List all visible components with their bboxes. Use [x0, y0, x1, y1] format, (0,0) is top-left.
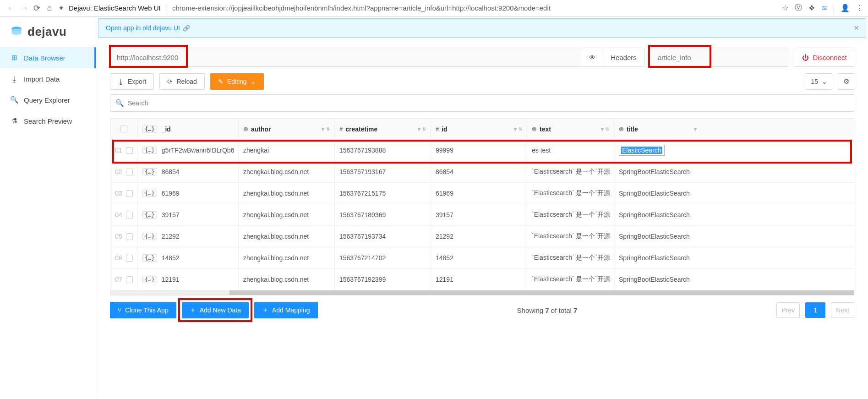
cell-iid: 14852 [436, 254, 453, 262]
select-all-checkbox[interactable] [120, 126, 127, 132]
address-bar[interactable]: Dejavu: ElasticSearch Web UI │ chrome-ex… [69, 4, 778, 12]
chrome-menu-icon[interactable]: ⋮ [856, 4, 863, 12]
row-number: 07 [115, 276, 122, 283]
banner-text[interactable]: Open app in old dejavu UI [106, 24, 180, 32]
text-type-icon: ⊜ [619, 126, 624, 132]
filter-icon[interactable]: ▾ [514, 126, 517, 132]
eye-icon: 👁 [589, 54, 596, 61]
table-row[interactable]: 01{…}g5rTF2wBwann6IDLrQb6zhengkai1563767… [110, 140, 854, 161]
filter-icon[interactable]: ▾ [694, 126, 697, 132]
table-row[interactable]: 06{…}14852zhengkai.blog.csdn.net15637672… [110, 247, 854, 269]
text-type-icon: ⊜ [532, 126, 537, 132]
gear-icon: ⚙ [843, 77, 849, 86]
cell-iid: 61969 [436, 190, 453, 197]
row-checkbox[interactable] [126, 255, 133, 262]
row-checkbox[interactable] [126, 169, 133, 175]
filter-icon[interactable]: ▾ [418, 126, 420, 132]
sidebar-item-icon: 🔍 [10, 96, 18, 104]
browser-forward-button[interactable]: → [17, 3, 30, 13]
sidebar-item-query-explorer[interactable]: 🔍Query Explorer [0, 89, 96, 110]
reload-button[interactable]: ⟳Reload [159, 73, 204, 90]
cell-author: zhengkai.blog.csdn.net [243, 168, 309, 175]
json-icon[interactable]: {…} [142, 276, 157, 283]
ext2-icon[interactable]: ❖ [808, 4, 815, 12]
prev-page-button[interactable]: Prev [776, 302, 800, 318]
json-icon[interactable]: {…} [142, 168, 157, 175]
horizontal-scrollbar[interactable] [110, 290, 854, 295]
page-1-button[interactable]: 1 [805, 302, 825, 318]
search-input[interactable] [110, 94, 854, 112]
filter-icon[interactable]: ▾ [601, 126, 604, 132]
chevron-down-icon: ⌄ [251, 78, 256, 85]
cell-id: g5rTF2wBwann6IDLrQb6 [162, 147, 235, 154]
sort-icon[interactable]: ⇅ [422, 126, 426, 131]
cell-iid: 39157 [436, 211, 453, 219]
app-name-input[interactable] [651, 48, 788, 67]
disconnect-button[interactable]: ⏻ Disconnect [795, 48, 854, 67]
add-mapping-button[interactable]: ＋Add Mapping [254, 302, 318, 318]
cell-title-editing[interactable]: ElasticSearch [619, 145, 665, 156]
next-page-button[interactable]: Next [831, 302, 854, 318]
cell-author: zhengkai.blog.csdn.net [243, 254, 309, 262]
row-checkbox[interactable] [126, 212, 133, 219]
sidebar-item-icon: ⚗ [10, 117, 18, 125]
browser-back-button[interactable]: ← [5, 3, 17, 13]
ext1-icon[interactable]: ⓥ [795, 3, 802, 13]
row-checkbox[interactable] [126, 147, 133, 154]
row-checkbox[interactable] [126, 233, 133, 240]
extension-icon: ✦ [56, 4, 66, 12]
table-row[interactable]: 07{…}12191zhengkai.blog.csdn.net15637671… [110, 269, 854, 290]
sort-icon[interactable]: ⇅ [606, 126, 609, 131]
profile-icon[interactable]: 👤 [841, 4, 850, 12]
headers-button[interactable]: Headers [603, 48, 644, 67]
row-number: 01 [115, 147, 122, 154]
json-icon[interactable]: {…} [142, 233, 157, 240]
cell-createtime: 1563767189369 [339, 211, 386, 219]
cell-createtime: 1563767193167 [339, 168, 386, 175]
settings-button[interactable]: ⚙ [838, 73, 854, 90]
table-row[interactable]: 02{…}86854zhengkai.blog.csdn.net15637671… [110, 161, 854, 183]
browser-reload-button[interactable]: ⟳ [30, 3, 43, 13]
view-credentials-button[interactable]: 👁 [582, 48, 603, 67]
star-icon[interactable]: ☆ [782, 4, 788, 12]
cell-title: SpringBootElasticSearch [619, 276, 690, 283]
number-type-icon: # [339, 126, 343, 132]
ext3-icon[interactable]: ≋ [821, 4, 827, 12]
add-new-data-button[interactable]: ＋Add New Data [182, 302, 249, 318]
table-row[interactable]: 04{…}39157zhengkai.blog.csdn.net15637671… [110, 204, 854, 226]
external-link-icon[interactable]: 🔗 [183, 25, 190, 32]
cell-text: `Elasticsearch` 是一个`开源 [532, 254, 610, 262]
table-row[interactable]: 05{…}21292zhengkai.blog.csdn.net15637671… [110, 226, 854, 247]
table-row[interactable]: 03{…}61969zhengkai.blog.csdn.net15637672… [110, 183, 854, 204]
sidebar-item-icon: ⭳ [10, 75, 18, 83]
clone-app-button[interactable]: ⑂Clone This App [110, 302, 176, 318]
page-size-select[interactable]: 15⌄ [806, 73, 832, 90]
json-icon[interactable]: {…} [142, 147, 157, 154]
logo: dejavu [0, 25, 96, 47]
row-checkbox[interactable] [126, 190, 133, 197]
cell-iid: 21292 [436, 233, 453, 240]
sidebar-item-import-data[interactable]: ⭳Import Data [0, 68, 96, 89]
sort-icon[interactable]: ⇅ [326, 126, 330, 131]
sidebar-item-search-preview[interactable]: ⚗Search Preview [0, 110, 96, 131]
cluster-url-input[interactable] [110, 48, 582, 67]
sort-icon[interactable]: ⇅ [519, 126, 522, 131]
editing-mode-button[interactable]: ✎Editing⌄ [210, 73, 264, 90]
reload-icon: ⟳ [167, 78, 173, 85]
fork-icon: ⑂ [118, 306, 121, 314]
json-icon[interactable]: {…} [142, 211, 157, 219]
json-icon[interactable]: {…} [142, 190, 157, 197]
banner-close-icon[interactable]: ✕ [854, 24, 859, 32]
browser-home-button[interactable]: ⌂ [43, 3, 56, 13]
json-icon[interactable]: {…} [142, 254, 157, 262]
sidebar-item-data-browser[interactable]: ⊞Data Browser [0, 47, 96, 68]
cell-iid: 12191 [436, 276, 453, 283]
filter-icon[interactable]: ▾ [322, 126, 324, 132]
row-checkbox[interactable] [126, 276, 133, 283]
power-icon: ⏻ [802, 54, 809, 61]
sidebar-item-label: Query Explorer [24, 96, 70, 104]
cell-author: zhengkai.blog.csdn.net [243, 190, 309, 197]
export-button[interactable]: ⭳Export [110, 73, 154, 90]
cell-text: es test [532, 147, 551, 154]
cell-title: SpringBootElasticSearch [619, 168, 690, 175]
